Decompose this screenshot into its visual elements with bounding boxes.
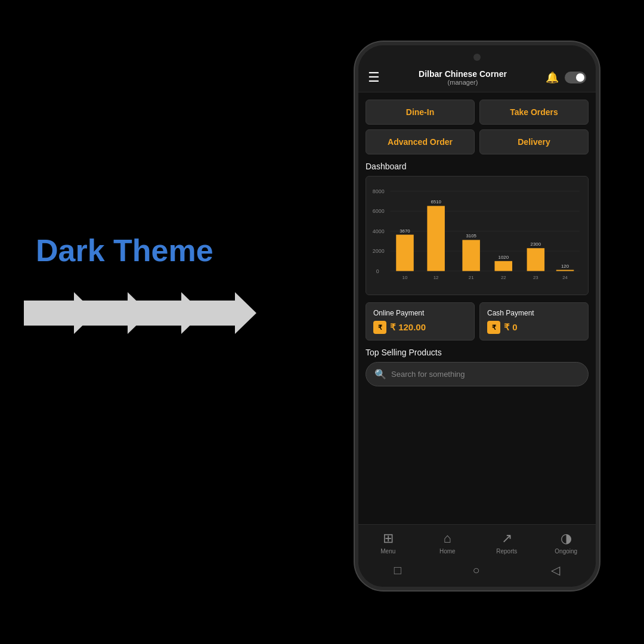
app-content: Dine-In Take Orders Advanced Order Deliv… bbox=[358, 92, 596, 524]
bar-10 bbox=[396, 235, 414, 271]
search-placeholder: Search for something bbox=[391, 370, 465, 379]
dashboard-chart: 8000 6000 4000 2000 0 3670 10 bbox=[366, 176, 589, 295]
delivery-button[interactable]: Delivery bbox=[479, 129, 589, 154]
svg-text:21: 21 bbox=[469, 275, 474, 280]
online-payment-icon: ₹ bbox=[373, 321, 386, 334]
svg-text:0: 0 bbox=[376, 268, 379, 274]
ongoing-nav-icon: ◑ bbox=[561, 531, 572, 546]
bar-22 bbox=[495, 261, 513, 271]
reports-nav-label: Reports bbox=[496, 548, 517, 555]
online-payment-card: Online Payment ₹ ₹ 120.00 bbox=[366, 302, 475, 340]
svg-text:1020: 1020 bbox=[499, 255, 509, 260]
bar-chart-svg: 8000 6000 4000 2000 0 3670 10 bbox=[371, 182, 583, 291]
dashboard-title: Dashboard bbox=[366, 162, 589, 171]
reports-nav-icon: ↗ bbox=[501, 531, 512, 546]
home-nav-label: Home bbox=[439, 548, 456, 555]
search-bar[interactable]: 🔍 Search for something bbox=[366, 362, 589, 386]
svg-text:2000: 2000 bbox=[373, 248, 385, 254]
advanced-order-button[interactable]: Advanced Order bbox=[366, 129, 475, 154]
phone-screen: ☰ Dilbar Chinese Corner (manager) 🔔 Dine… bbox=[358, 45, 596, 587]
svg-text:6510: 6510 bbox=[431, 199, 441, 205]
nav-ongoing[interactable]: ◑ Ongoing bbox=[537, 531, 596, 555]
app-header: ☰ Dilbar Chinese Corner (manager) 🔔 bbox=[358, 45, 596, 92]
svg-text:2300: 2300 bbox=[531, 242, 541, 247]
svg-text:3105: 3105 bbox=[466, 233, 476, 239]
menu-icon[interactable]: ☰ bbox=[368, 70, 380, 85]
triangle-gesture[interactable]: ◁ bbox=[551, 563, 560, 577]
header-icons: 🔔 bbox=[546, 71, 586, 84]
phone-notch bbox=[473, 54, 481, 61]
bar-12 bbox=[427, 206, 445, 271]
search-icon: 🔍 bbox=[374, 369, 386, 380]
svg-text:120: 120 bbox=[561, 264, 569, 269]
circle-gesture[interactable]: ○ bbox=[472, 564, 479, 577]
cash-payment-card: Cash Payment ₹ ₹ 0 bbox=[479, 302, 589, 340]
svg-text:8000: 8000 bbox=[373, 188, 385, 194]
menu-nav-icon: ⊞ bbox=[383, 531, 394, 546]
dine-in-button[interactable]: Dine-In bbox=[366, 100, 475, 125]
restaurant-name: Dilbar Chinese Corner bbox=[419, 69, 507, 79]
home-nav-icon: ⌂ bbox=[444, 531, 451, 546]
svg-text:23: 23 bbox=[533, 275, 538, 280]
online-payment-title: Online Payment bbox=[373, 309, 467, 317]
svg-text:22: 22 bbox=[501, 275, 506, 280]
bar-23 bbox=[527, 248, 545, 271]
svg-text:6000: 6000 bbox=[373, 208, 385, 214]
svg-text:4000: 4000 bbox=[373, 228, 385, 234]
nav-reports[interactable]: ↗ Reports bbox=[477, 531, 537, 555]
take-orders-button[interactable]: Take Orders bbox=[479, 100, 589, 125]
cash-payment-amount-row: ₹ ₹ 0 bbox=[487, 321, 581, 334]
ongoing-nav-label: Ongoing bbox=[555, 548, 577, 555]
theme-toggle[interactable] bbox=[565, 72, 586, 83]
phone-frame: ☰ Dilbar Chinese Corner (manager) 🔔 Dine… bbox=[355, 42, 599, 590]
dark-theme-label: Dark Theme bbox=[36, 233, 213, 268]
bottom-nav: ⊞ Menu ⌂ Home ↗ Reports ◑ Ongoing bbox=[358, 524, 596, 558]
nav-menu[interactable]: ⊞ Menu bbox=[358, 531, 418, 555]
arrows-decoration bbox=[24, 292, 239, 334]
bar-21 bbox=[462, 240, 480, 271]
online-payment-amount-row: ₹ ₹ 120.00 bbox=[373, 321, 467, 334]
square-gesture[interactable]: □ bbox=[394, 564, 401, 577]
action-buttons-grid: Dine-In Take Orders Advanced Order Deliv… bbox=[366, 100, 589, 154]
cash-payment-value: ₹ 0 bbox=[504, 322, 518, 333]
cash-payment-title: Cash Payment bbox=[487, 309, 581, 317]
bar-24 bbox=[556, 270, 574, 271]
svg-text:3670: 3670 bbox=[400, 228, 410, 234]
header-title-group: Dilbar Chinese Corner (manager) bbox=[419, 69, 507, 86]
top-selling-title: Top Selling Products bbox=[366, 348, 589, 357]
svg-text:10: 10 bbox=[402, 275, 408, 280]
phone-nav-bar: □ ○ ◁ bbox=[358, 558, 596, 587]
payment-cards: Online Payment ₹ ₹ 120.00 Cash Payment ₹… bbox=[366, 302, 589, 340]
user-role: (manager) bbox=[419, 79, 507, 86]
arrow-4 bbox=[185, 292, 256, 334]
svg-text:24: 24 bbox=[562, 275, 568, 280]
svg-text:12: 12 bbox=[434, 275, 439, 280]
cash-payment-icon: ₹ bbox=[487, 321, 500, 334]
nav-home[interactable]: ⌂ Home bbox=[418, 531, 478, 555]
bell-icon[interactable]: 🔔 bbox=[546, 71, 559, 84]
online-payment-value: ₹ 120.00 bbox=[390, 322, 426, 333]
menu-nav-label: Menu bbox=[380, 548, 395, 555]
